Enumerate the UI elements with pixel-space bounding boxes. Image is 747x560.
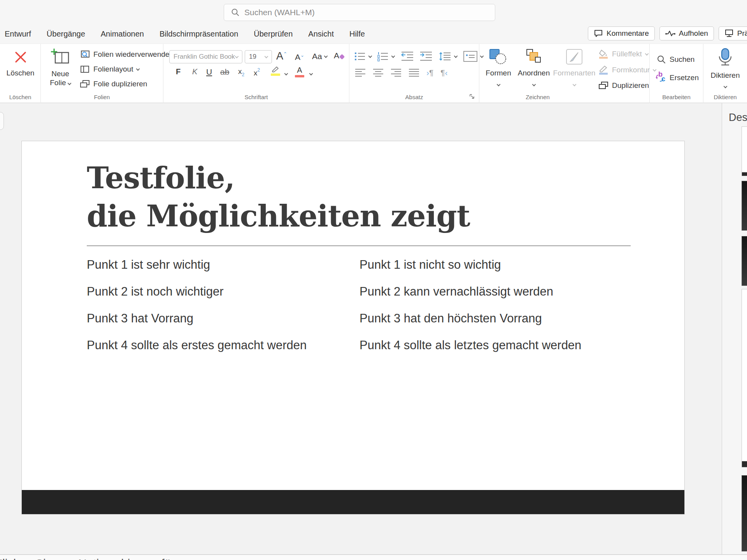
left-text-column[interactable]: Punkt 1 ist sehr wichtig Punkt 2 ist noc… [87, 258, 307, 365]
tab-ueberpruefen[interactable]: Überprüfen [254, 30, 293, 38]
arrange-button[interactable]: Anordnen [515, 49, 552, 88]
notes-pane[interactable]: Klicken Sie, um Notizen hinzuzufügen [0, 554, 747, 560]
shape-styles-button: Formenarten [552, 49, 596, 88]
font-name-combo[interactable]: Franklin Gothic Book [169, 50, 242, 63]
chevron-down-icon [496, 82, 500, 86]
design-thumbnail[interactable] [742, 289, 747, 467]
delete-slide-button[interactable]: Löschen [0, 49, 41, 77]
present-screen-icon [724, 29, 734, 38]
shapes-button[interactable]: Formen [482, 49, 515, 88]
chevron-down-icon[interactable] [454, 54, 458, 58]
duplicate-icon [598, 81, 608, 90]
shape-styles-icon [565, 49, 584, 65]
designer-panel-title: Des [729, 112, 747, 124]
title-underline-rule [87, 245, 631, 246]
align-center-icon[interactable] [373, 68, 384, 77]
slide-title[interactable]: Testfolie, die Möglichkeiten zeigt [87, 159, 470, 235]
kommentare-button[interactable]: Kommentare [588, 26, 655, 40]
numbered-list-icon[interactable] [377, 51, 389, 61]
bullet-item: Punkt 1 ist sehr wichtig [87, 258, 307, 272]
font-size-combo[interactable]: 19 [245, 50, 272, 63]
group-diktieren: Diktieren Diktieren [703, 44, 747, 103]
chevron-down-icon[interactable] [284, 72, 288, 75]
design-thumbnail[interactable] [742, 181, 747, 231]
slide-layout-button[interactable]: Folienlayout [80, 65, 139, 74]
eraser-icon [339, 54, 345, 60]
reuse-slides-button[interactable]: Folien wiederverwenden [80, 50, 174, 59]
text-placeholder-icon[interactable] [463, 51, 477, 62]
bullet-item: Punkt 2 kann vernachlässigt werden [359, 285, 581, 299]
menubar-actions: Kommentare Aufholen Präsent [588, 26, 747, 40]
tab-bildschirmpraesentation[interactable]: Bildschirmpräsentation [160, 30, 238, 38]
aufholen-button[interactable]: Aufholen [659, 26, 714, 40]
chevron-down-icon[interactable] [368, 54, 372, 58]
bullet-list-icon[interactable] [354, 51, 366, 61]
superscript-button[interactable]: x2 [254, 67, 260, 77]
notes-placeholder: Klicken Sie, um Notizen hinzuzufügen [0, 557, 191, 560]
rtl-direction-icon[interactable]: ¶‹ [440, 68, 447, 77]
align-right-icon[interactable] [391, 68, 402, 77]
shrink-font-button[interactable]: A⌄ [295, 52, 304, 62]
new-slide-icon [50, 48, 70, 66]
slide-layout-icon [80, 65, 90, 74]
bullet-item: Punkt 3 hat den höchsten Vorrang [359, 312, 581, 326]
tab-ansicht[interactable]: Ansicht [308, 30, 334, 38]
find-button[interactable]: Suchen [657, 55, 694, 64]
bullet-item: Punkt 4 sollte als erstes gemacht werden [87, 338, 307, 352]
subscript-button[interactable]: x2 [238, 67, 244, 76]
group-loeschen: Löschen Löschen [0, 44, 41, 103]
bold-button[interactable]: F [176, 67, 181, 76]
tab-uebergaenge[interactable]: Übergänge [47, 30, 85, 38]
new-slide-button[interactable]: Neue Folie [44, 48, 77, 87]
tab-animationen[interactable]: Animationen [101, 30, 144, 38]
grow-font-button[interactable]: A⌃ [276, 50, 287, 62]
fill-bucket-icon [598, 49, 608, 59]
align-left-icon[interactable] [355, 68, 366, 77]
arrange-icon [524, 49, 543, 65]
tab-entwurf[interactable]: Entwurf [5, 30, 31, 38]
microphone-icon [716, 48, 734, 67]
praesentieren-button[interactable]: Präsent [719, 26, 747, 40]
dictate-button[interactable]: Diktieren [703, 48, 747, 90]
designer-panel: Des [722, 103, 747, 554]
bullet-item: Punkt 2 ist noch wichtiger [87, 285, 307, 299]
group-bearbeiten: Suchen b c Ersetzen Bearbeiten [650, 44, 703, 103]
right-text-column[interactable]: Punkt 1 ist nicht so wichtig Punkt 2 kan… [359, 258, 581, 365]
clear-formatting-button[interactable]: A [334, 51, 344, 60]
chevron-down-icon[interactable] [309, 72, 313, 75]
duplicate-slide-button[interactable]: Folie duplizieren [80, 80, 147, 88]
chevron-down-icon[interactable] [391, 54, 395, 58]
tab-hilfe[interactable]: Hilfe [349, 30, 365, 38]
chevron-down-icon [324, 54, 328, 58]
design-thumbnail[interactable] [742, 126, 747, 176]
replace-button[interactable]: b c Ersetzen [655, 73, 699, 83]
search-input[interactable] [244, 8, 478, 17]
justify-icon[interactable] [409, 68, 419, 77]
duplicate-button[interactable]: Duplizieren [598, 81, 649, 90]
replace-icon: b c [655, 73, 666, 83]
underline-button[interactable]: U [206, 67, 212, 77]
group-label-diktieren: Diktieren [703, 94, 747, 100]
change-case-button[interactable]: Aa [312, 52, 327, 61]
font-color-swatch [295, 75, 304, 77]
group-label-absatz: Absatz [349, 94, 479, 100]
design-thumbnail[interactable] [742, 475, 747, 551]
thumbnail-pane-handle[interactable] [0, 112, 4, 130]
slide-canvas[interactable]: Testfolie, die Möglichkeiten zeigt Punkt… [21, 141, 685, 514]
decrease-indent-icon[interactable] [401, 51, 414, 61]
highlight-color-button[interactable] [271, 66, 280, 76]
line-spacing-icon[interactable] [439, 51, 451, 61]
ltr-direction-icon[interactable]: ›¶ [426, 68, 433, 77]
italic-button[interactable]: K [192, 67, 197, 76]
duplicate-slide-icon [80, 80, 90, 88]
group-zeichnen: Formen Anordnen Formenarten Fülleffekt [479, 44, 650, 103]
increase-indent-icon[interactable] [419, 51, 433, 61]
shapes-icon [489, 49, 508, 65]
font-color-button[interactable]: A [295, 66, 304, 77]
group-label-bearbeiten: Bearbeiten [650, 94, 703, 100]
global-search[interactable] [224, 4, 495, 21]
group-label-zeichnen: Zeichnen [479, 94, 596, 100]
strikethrough-button[interactable]: ab [220, 67, 229, 77]
menu-bar: Entwurf Übergänge Animationen Bildschirm… [0, 24, 747, 44]
design-thumbnail[interactable] [742, 236, 747, 286]
